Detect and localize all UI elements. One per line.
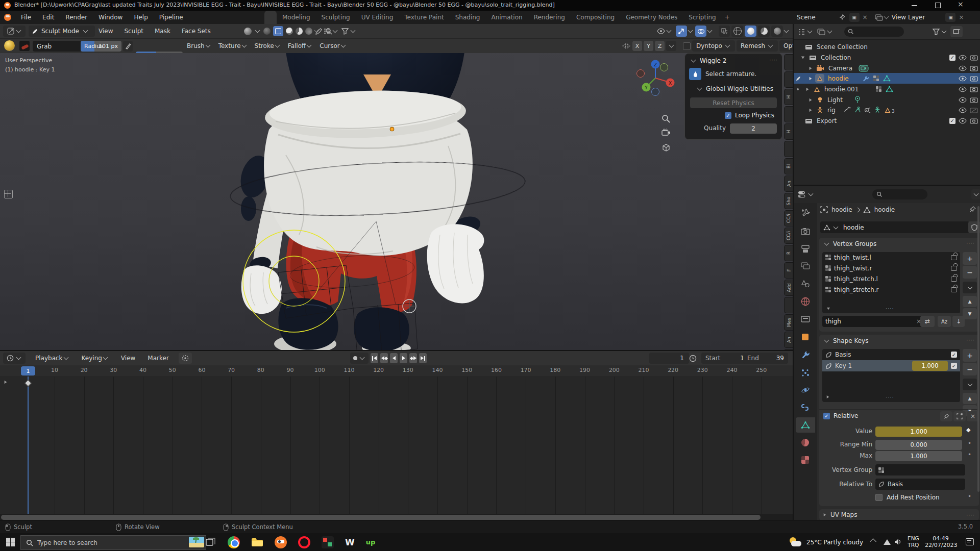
minimize-button[interactable] bbox=[912, 5, 917, 6]
pin-icon[interactable] bbox=[969, 206, 976, 213]
hide-eye-icon[interactable] bbox=[959, 55, 967, 61]
action-center-icon[interactable] bbox=[966, 538, 974, 545]
view-layer-icon[interactable] bbox=[875, 14, 883, 21]
shading-rendered-dropdown[interactable] bbox=[771, 26, 790, 37]
menu-file[interactable]: File bbox=[15, 14, 37, 21]
render-properties-tab[interactable] bbox=[801, 228, 810, 235]
breadcrumb-object[interactable]: hoodie bbox=[831, 206, 852, 213]
object-visibility-dropdown[interactable] bbox=[655, 26, 674, 37]
start-frame-field[interactable]: Start1 bbox=[701, 353, 748, 364]
sidebar-tab-5[interactable] bbox=[784, 141, 793, 157]
tab-compositing[interactable]: Compositing bbox=[571, 14, 620, 21]
list-filter-toggle[interactable] bbox=[827, 308, 830, 310]
expand-icon[interactable] bbox=[801, 56, 804, 59]
loop-physics-checkbox[interactable]: ✓ bbox=[725, 112, 731, 119]
vertex-group-field[interactable] bbox=[875, 464, 965, 475]
list-item-basis[interactable]: Basis ✓ bbox=[822, 349, 960, 360]
sidebar-tab-an[interactable]: An bbox=[784, 332, 793, 348]
sidebar-tab-r[interactable]: R bbox=[784, 245, 793, 261]
outliner-row-camera[interactable]: Camera bbox=[794, 63, 980, 73]
collection-checkbox[interactable]: ✓ bbox=[949, 55, 955, 61]
list-item[interactable]: thigh_stretch.r bbox=[822, 284, 960, 295]
outliner-search-field[interactable] bbox=[844, 27, 904, 37]
overlays-dropdown[interactable] bbox=[695, 26, 713, 37]
menu-pipeline[interactable]: Pipeline bbox=[154, 14, 189, 21]
file-explorer-icon[interactable] bbox=[251, 537, 263, 547]
collapsed-menu-chevron-icon[interactable] bbox=[314, 28, 320, 33]
playhead-badge[interactable]: 1 bbox=[21, 366, 35, 375]
shading-solid-button[interactable] bbox=[745, 26, 756, 37]
wiggle-collapse-chevron-icon[interactable] bbox=[691, 58, 696, 63]
outliner-row-hoodie[interactable]: hoodie bbox=[794, 73, 980, 84]
render-disabled-camera-icon[interactable] bbox=[970, 107, 978, 113]
sphere-toggle-1-icon[interactable] bbox=[286, 28, 293, 35]
current-frame-field[interactable]: 1 bbox=[649, 353, 689, 364]
sidebar-tab-mes[interactable]: Mes bbox=[784, 314, 793, 331]
timeline-scrollbar-thumb[interactable] bbox=[1, 515, 761, 520]
panel-drag-handle[interactable]: ···· bbox=[966, 240, 975, 246]
tool-properties-tab[interactable] bbox=[801, 208, 810, 217]
editor-type-button[interactable] bbox=[3, 26, 26, 37]
menu-sculpt[interactable]: Sculpt bbox=[118, 28, 149, 35]
add-workspace-button[interactable]: + bbox=[722, 14, 733, 21]
menu-edit[interactable]: Edit bbox=[37, 14, 60, 21]
chrome-icon[interactable] bbox=[228, 536, 240, 548]
add-rest-position-checkbox[interactable] bbox=[875, 494, 883, 501]
keyframe-diamond[interactable] bbox=[24, 380, 32, 387]
key1-value-slider[interactable]: 1.000 bbox=[912, 361, 948, 371]
tab-shading[interactable]: Shading bbox=[450, 14, 486, 21]
new-scene-button[interactable]: ▣ bbox=[849, 13, 860, 22]
navigation-gizmo[interactable]: Z X Y bbox=[634, 57, 676, 99]
lock-open-icon[interactable] bbox=[951, 277, 957, 282]
toolbar-popup-icon[interactable] bbox=[4, 190, 13, 198]
network-icon[interactable] bbox=[883, 538, 891, 545]
outliner-filter-image-dropdown[interactable] bbox=[817, 29, 833, 35]
invert-filter-button[interactable]: ⇄ bbox=[920, 316, 935, 327]
taskbar-search-box[interactable]: Type here to search bbox=[20, 535, 206, 550]
expand-icon[interactable] bbox=[806, 87, 809, 90]
render-camera-icon[interactable] bbox=[970, 55, 978, 61]
world-properties-tab[interactable] bbox=[801, 297, 810, 306]
delete-view-layer-button[interactable]: × bbox=[959, 14, 964, 21]
sidebar-tab-f[interactable]: F bbox=[784, 262, 793, 279]
object-data-properties-tab[interactable] bbox=[801, 421, 810, 429]
list-item-key1[interactable]: Key 1 1.000 ✓ bbox=[822, 360, 960, 371]
sidebar-tab-an[interactable]: An bbox=[784, 176, 793, 192]
move-up-button[interactable]: ▲ bbox=[963, 393, 977, 404]
auto-keying-toggle[interactable] bbox=[179, 353, 192, 364]
shapekey-mute-checkbox[interactable]: ✓ bbox=[951, 352, 957, 358]
transform-orientation-dropdown[interactable] bbox=[323, 28, 338, 35]
lock-open-icon[interactable] bbox=[951, 266, 957, 271]
viewport-3d[interactable]: User Perspective (1) hoodie : Key 1 Z X … bbox=[0, 53, 793, 350]
properties-editor-type-dropdown[interactable] bbox=[798, 191, 814, 198]
outliner-display-mode-dropdown[interactable] bbox=[798, 29, 813, 35]
panel-collapse-chevron-icon[interactable] bbox=[824, 338, 829, 343]
menu-face-sets[interactable]: Face Sets bbox=[176, 28, 216, 35]
gizmo-x-neg-axis[interactable] bbox=[637, 70, 645, 78]
next-keyframe-button[interactable] bbox=[409, 353, 417, 363]
edit-mode-display-button[interactable] bbox=[953, 411, 966, 421]
tab-scripting[interactable]: Scripting bbox=[683, 14, 721, 21]
constraints-properties-tab[interactable] bbox=[801, 403, 810, 412]
sidebar-tab-bl[interactable]: Bl bbox=[784, 158, 793, 174]
brush-name-field[interactable]: Grab bbox=[33, 41, 82, 52]
shape-key-specials-button[interactable] bbox=[963, 379, 977, 390]
remove-vertex-group-button[interactable]: − bbox=[963, 266, 977, 279]
tab-texture-paint[interactable]: Texture Paint bbox=[399, 14, 449, 21]
wiggle-utilities-chevron-icon[interactable] bbox=[697, 86, 702, 91]
object-properties-tab[interactable] bbox=[802, 334, 808, 340]
mode-selector[interactable]: Sculpt Mode bbox=[29, 26, 95, 37]
quality-field[interactable]: 2 bbox=[730, 123, 777, 134]
timeline-ruler[interactable]: 1 10203040506070809010011012013014015016… bbox=[0, 365, 793, 377]
shading-material-button[interactable] bbox=[758, 26, 770, 37]
task-view-icon[interactable] bbox=[205, 537, 216, 548]
list-item[interactable]: thigh_twist.r bbox=[822, 263, 960, 273]
blender-menu-icon[interactable] bbox=[4, 14, 11, 21]
delete-scene-button[interactable]: × bbox=[863, 14, 868, 21]
gizmos-dropdown[interactable] bbox=[676, 26, 694, 37]
list-filter-toggle[interactable] bbox=[827, 395, 829, 398]
gizmo-y-neg-axis[interactable] bbox=[660, 64, 668, 71]
sidebar-tab-0[interactable] bbox=[784, 54, 793, 70]
weather-widget[interactable]: 25°C Partly cloudy bbox=[789, 533, 863, 551]
tab-animation[interactable]: Animation bbox=[485, 14, 528, 21]
